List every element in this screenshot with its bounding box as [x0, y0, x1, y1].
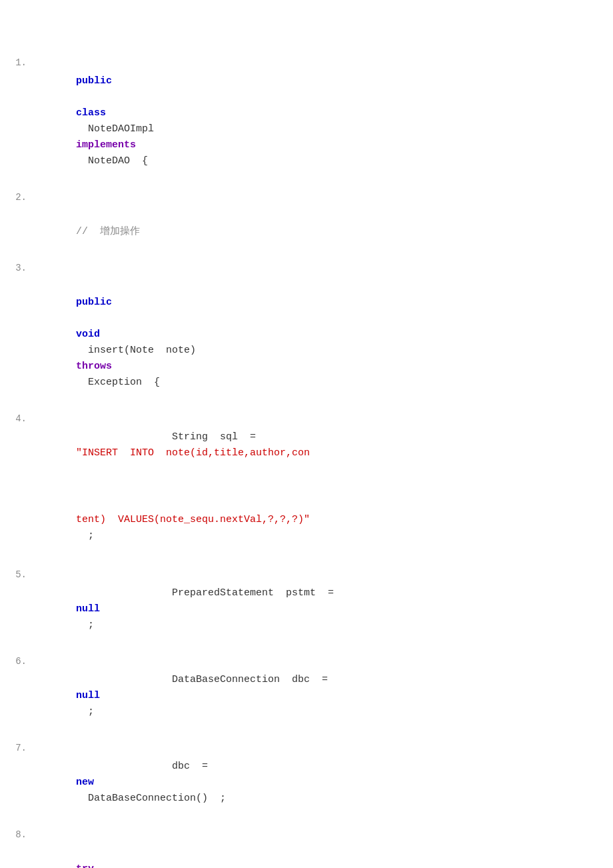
keyword-public-3: public: [76, 297, 112, 308]
code-line-7: 7. dbc = new DataBaseConnection() ;: [0, 739, 613, 825]
line-number-7: 7.: [0, 741, 33, 753]
line-content-7: dbc = new DataBaseConnection() ;: [33, 741, 613, 823]
line-content-4: String sql = "INSERT INTO note(id,title,…: [33, 412, 613, 477]
code-line-3: 3. public void insert(Note note) throws …: [0, 259, 613, 409]
line-content-8: try {: [33, 828, 613, 868]
comment-add-operation: // 增加操作: [76, 226, 140, 237]
keyword-void: void: [76, 329, 100, 340]
line-number-2: 2.: [0, 191, 33, 203]
line-content-3: public void insert(Note note) throws Exc…: [33, 261, 613, 407]
keyword-public: public: [76, 75, 112, 87]
keyword-throws: throws: [76, 361, 112, 372]
keyword-null-5: null: [76, 603, 100, 615]
line-number-5: 5.: [0, 568, 33, 580]
line-number-8: 8.: [0, 828, 33, 840]
line-content-6: DataBaseConnection dbc = null ;: [33, 655, 613, 736]
keyword-class: class: [76, 107, 106, 119]
code-line-6: 6. DataBaseConnection dbc = null ;: [0, 652, 613, 739]
code-line-1: 1. public class NoteDAOImpl implements N…: [0, 53, 613, 188]
line-content-1: public class NoteDAOImpl implements Note…: [33, 56, 613, 185]
string-insert-into: "INSERT INTO note(id,title,author,con: [76, 447, 310, 459]
line-content-5: PreparedStatement pstmt = null ;: [33, 568, 613, 649]
line-number-1: 1.: [0, 56, 33, 68]
code-line-5: 5. PreparedStatement pstmt = null ;: [0, 565, 613, 652]
keyword-implements: implements: [76, 139, 136, 151]
string-values: tent) VALUES(note_sequ.nextVal,?,?,?)": [76, 514, 310, 525]
code-container: 1. public class NoteDAOImpl implements N…: [0, 40, 613, 868]
keyword-new-7: new: [76, 777, 94, 788]
code-line-4: 4. String sql = "INSERT INTO note(id,tit…: [0, 409, 613, 480]
code-line-8: 8. try {: [0, 825, 613, 868]
code-line-2: 2. // 增加操作: [0, 188, 613, 259]
line-content-2: // 增加操作: [33, 191, 613, 256]
continued-line-4: tent) VALUES(note_sequ.nextVal,?,?,?)" ;: [0, 480, 613, 565]
line-number-6: 6.: [0, 655, 33, 667]
line-number-3: 3.: [0, 261, 33, 273]
keyword-try: try: [76, 863, 94, 868]
line-number-4: 4.: [0, 412, 33, 424]
keyword-null-6: null: [76, 690, 100, 701]
